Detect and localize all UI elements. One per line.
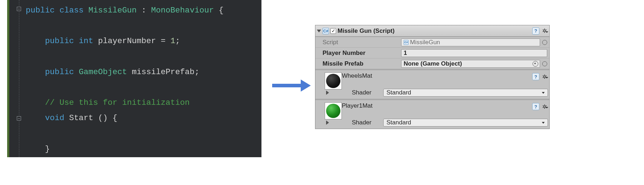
gear-icon[interactable]: ✲ xyxy=(541,73,548,80)
semi: ; xyxy=(175,36,180,46)
shader-dropdown[interactable]: Standard xyxy=(383,119,548,127)
shader-value: Standard xyxy=(386,89,411,96)
brace-open: { xyxy=(214,6,224,15)
missile-prefab-label: Missile Prefab xyxy=(323,60,401,67)
help-icon[interactable]: ? xyxy=(532,27,539,35)
missile-prefab-value: None (Game Object) xyxy=(404,60,462,67)
script-field[interactable]: C# MissileGun xyxy=(401,38,540,46)
player-number-label: Player Number xyxy=(323,50,401,57)
kw-public: public xyxy=(45,67,74,77)
material-name: Player1Mat xyxy=(342,102,532,109)
script-mini-icon: C# xyxy=(404,40,409,45)
change-marker xyxy=(7,0,9,157)
component-header[interactable]: C# ✓ Missile Gun (Script) ? ✲ xyxy=(315,25,549,37)
eq: = xyxy=(156,36,171,46)
material-name: WheelsMat xyxy=(342,72,532,79)
foldout-icon[interactable] xyxy=(326,91,329,95)
class-name: MissileGun xyxy=(89,6,137,15)
foldout-icon[interactable] xyxy=(317,30,321,32)
prop-row-player-number: Player Number 1 xyxy=(315,47,549,58)
code-editor: public class MissileGun : MonoBehaviour … xyxy=(7,0,261,157)
comment: // Use this for initialization xyxy=(45,98,190,107)
component-title: Missile Gun (Script) xyxy=(338,27,395,35)
semi: ; xyxy=(195,67,200,77)
kw-int: int xyxy=(79,36,94,46)
kw-public: public xyxy=(26,6,55,15)
shader-label: Shader xyxy=(352,89,380,96)
material-preview[interactable] xyxy=(325,102,342,119)
shader-label: Shader xyxy=(352,119,380,126)
shader-value: Standard xyxy=(386,119,411,126)
colon: : xyxy=(137,6,151,15)
material-slot-0: WheelsMat ? ✲ Shader Standard xyxy=(315,69,549,99)
fold-toggle-class[interactable] xyxy=(17,7,21,11)
kw-void: void xyxy=(45,113,64,123)
shader-dropdown[interactable]: Standard xyxy=(383,89,548,97)
brace-close: } xyxy=(45,144,50,154)
material-preview[interactable] xyxy=(325,72,342,89)
prop-row-script: Script C# MissileGun xyxy=(315,37,549,47)
prop-row-missile-prefab: Missile Prefab None (Game Object) xyxy=(315,58,549,69)
gear-icon[interactable]: ✲ xyxy=(541,103,548,110)
type-gameobject: GameObject xyxy=(79,67,127,77)
base-type: MonoBehaviour xyxy=(151,6,214,15)
fold-toggle-method[interactable] xyxy=(17,116,21,120)
sphere-icon xyxy=(326,104,340,118)
script-value: MissileGun xyxy=(410,39,440,46)
script-icon: C# xyxy=(323,28,329,34)
method-start: Start xyxy=(69,113,94,123)
parens: () { xyxy=(93,113,118,123)
material-slot-1: Player1Mat ? ✲ Shader Standard xyxy=(315,99,549,129)
arrow-icon xyxy=(272,78,311,93)
code-text: public class MissileGun : MonoBehaviour … xyxy=(24,0,261,157)
field1-val: 1 xyxy=(170,36,175,46)
player-number-field[interactable]: 1 xyxy=(401,49,547,57)
kw-class: class xyxy=(60,6,84,15)
field1-name: playerNumber xyxy=(98,36,156,46)
foldout-icon[interactable] xyxy=(326,120,329,125)
player-number-value: 1 xyxy=(404,50,407,57)
enable-checkbox[interactable]: ✓ xyxy=(330,28,336,34)
field2-name: missilePrefab xyxy=(132,67,195,77)
missile-prefab-field[interactable]: None (Game Object) xyxy=(401,60,540,68)
script-label: Script xyxy=(323,39,401,46)
sphere-icon xyxy=(326,74,340,88)
inspector-panel: C# ✓ Missile Gun (Script) ? ✲ Script C# … xyxy=(315,25,550,129)
code-gutter xyxy=(7,0,24,157)
kw-public: public xyxy=(45,36,74,46)
object-picker-icon[interactable] xyxy=(542,61,547,66)
object-picker-icon[interactable] xyxy=(533,61,538,67)
help-icon[interactable]: ? xyxy=(532,73,539,80)
object-picker-icon[interactable] xyxy=(542,40,547,45)
help-icon[interactable]: ? xyxy=(532,103,539,110)
gear-icon[interactable]: ✲ xyxy=(541,27,548,35)
